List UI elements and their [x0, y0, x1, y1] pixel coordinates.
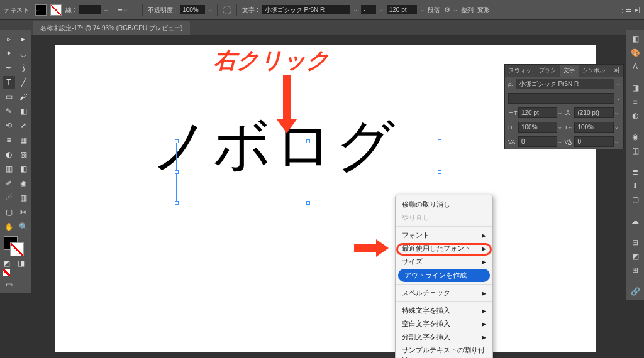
artboard-tool[interactable]: ▢ — [3, 206, 15, 219]
gradient-mode-icon[interactable]: ◨ — [17, 259, 25, 267]
ctx-recent-fonts[interactable]: 最近使用したフォント▶ — [396, 242, 492, 255]
rotate-tool[interactable]: ⟲ — [3, 119, 15, 132]
appearance-icon[interactable]: ◉ — [629, 131, 641, 143]
font-style-dropdown[interactable] — [380, 7, 383, 13]
options-menu-icon[interactable]: ⋮☰ — [619, 6, 631, 13]
curvature-tool[interactable]: ⟆ — [17, 62, 30, 74]
rectangle-tool[interactable]: ▭ — [3, 90, 15, 103]
direct-selection-tool[interactable]: ▸ — [17, 33, 30, 45]
ctx-insert-whitespace[interactable]: 空白文字を挿入▶ — [396, 317, 492, 330]
mesh-tool[interactable]: ▥ — [3, 163, 15, 175]
hand-tool[interactable]: ✋ — [3, 220, 15, 233]
panel-font-input[interactable] — [516, 79, 614, 89]
fill-swatch[interactable] — [35, 4, 47, 16]
gradient-tool[interactable]: ◧ — [17, 163, 30, 175]
pen-tool[interactable]: ✒ — [3, 62, 15, 74]
paragraph-icon[interactable]: ⚙ — [444, 6, 450, 14]
free-transform-tool[interactable]: ▦ — [17, 134, 30, 146]
line-tool[interactable]: ╱ — [17, 76, 30, 89]
stroke-width-input[interactable] — [79, 5, 101, 14]
tool-indicator: テキスト — [4, 6, 29, 14]
font-size-icon: ⫟T — [508, 110, 517, 116]
scale-tool[interactable]: ⤢ — [17, 119, 30, 132]
screen-mode-icon[interactable]: ▭ — [3, 278, 15, 291]
lasso-tool[interactable]: ◡ — [17, 47, 30, 60]
opacity-label: 不透明度 : — [148, 6, 177, 14]
panel-vscale-input[interactable] — [518, 122, 557, 133]
blend-tool[interactable]: ◉ — [17, 177, 30, 190]
opacity-input[interactable] — [180, 5, 205, 14]
panel-toggle-icon[interactable]: ▸| — [635, 6, 640, 13]
font-dropdown[interactable] — [354, 7, 357, 13]
links-icon[interactable]: 🔗 — [629, 285, 641, 298]
panel-tab-symbols[interactable]: シンボル — [579, 65, 609, 77]
ctx-spellcheck[interactable]: スペルチェック▶ — [396, 286, 492, 300]
eyedropper-tool[interactable]: ✐ — [3, 177, 15, 190]
panel-kerning-input[interactable] — [518, 136, 557, 147]
font-style-input[interactable] — [361, 5, 376, 14]
stroke-panel-icon[interactable]: ≡ — [629, 95, 641, 108]
panel-font-style-input[interactable] — [508, 93, 614, 104]
stroke-swatch[interactable] — [50, 4, 62, 16]
color-icon[interactable]: 🎨 — [629, 46, 641, 59]
stroke-width-dropdown[interactable] — [104, 7, 108, 13]
graph-tool[interactable]: ▥ — [17, 192, 30, 204]
character-icon[interactable]: A — [629, 60, 641, 73]
ctx-sample-text[interactable]: サンプルテキストの割り付け — [396, 344, 492, 358]
eraser-tool[interactable]: ◧ — [17, 105, 30, 117]
gradient-panel-icon[interactable]: ◨ — [629, 82, 641, 94]
magic-wand-tool[interactable]: ✦ — [3, 47, 15, 60]
ctx-undo-move[interactable]: 移動の取り消し — [396, 198, 492, 211]
options-bar: テキスト 線 : ━ 不透明度 : 文字 : 段落 ⚙ 整列 変形 ⋮☰ ▸| — [0, 0, 644, 20]
none-mode-icon[interactable] — [3, 269, 10, 276]
transform-panel-icon[interactable]: ⊞ — [629, 264, 641, 276]
panel-collapse-icon[interactable]: »| — [611, 65, 623, 77]
selection-tool[interactable]: ▹ — [3, 33, 15, 45]
paragraph-button[interactable]: 段落 — [428, 6, 440, 14]
ctx-insert-special[interactable]: 特殊文字を挿入▶ — [396, 304, 492, 317]
perspective-tool[interactable]: ▨ — [17, 148, 30, 161]
shaper-tool[interactable]: ✎ — [3, 105, 15, 117]
asset-export-icon[interactable]: ⬇ — [629, 180, 641, 192]
panel-tab-brushes[interactable]: ブラシ — [535, 65, 560, 77]
opacity-dropdown[interactable] — [209, 7, 212, 13]
zoom-tool[interactable]: 🔍 — [17, 220, 30, 233]
font-size-input[interactable] — [387, 5, 417, 14]
toolbox: ▹ ▸ ✦ ◡ ✒ ⟆ T ╱ ▭ 🖌 ✎ ◧ ⟲ ⤢ ≡ ▦ ◐ ▨ ▥ ◧ … — [0, 30, 31, 293]
layers-icon[interactable]: ≣ — [629, 166, 641, 178]
ctx-insert-break[interactable]: 分割文字を挿入▶ — [396, 330, 492, 344]
ctx-size[interactable]: サイズ▶ — [396, 255, 492, 268]
width-tool[interactable]: ≡ — [3, 134, 15, 146]
transparency-icon[interactable]: ◐ — [629, 109, 641, 122]
panel-hscale-input[interactable] — [574, 122, 613, 133]
shape-builder-tool[interactable]: ◐ — [3, 148, 15, 161]
slice-tool[interactable]: ✂ — [17, 206, 30, 219]
panel-size-input[interactable] — [518, 107, 557, 118]
graphic-styles-icon[interactable]: ◫ — [629, 144, 641, 157]
ctx-create-outlines[interactable]: アウトラインを作成 — [398, 269, 490, 282]
ctx-font[interactable]: フォント▶ — [396, 229, 492, 242]
align-button[interactable]: 整列 — [461, 6, 474, 14]
panel-tab-character[interactable]: 文字 — [560, 65, 579, 77]
font-size-dropdown[interactable] — [421, 7, 424, 13]
panel-tracking-input[interactable] — [574, 136, 613, 147]
font-family-input[interactable] — [262, 5, 350, 14]
type-tool[interactable]: T — [3, 76, 15, 89]
paintbrush-tool[interactable]: 🖌 — [17, 90, 30, 103]
symbol-sprayer-tool[interactable]: ☄ — [3, 192, 15, 204]
document-tab-bar: 名称未設定-17* @ 74.93% (RGB/GPU プレビュー) — [0, 20, 644, 35]
fill-stroke-control[interactable] — [3, 235, 30, 258]
kerning-icon: VA — [508, 139, 517, 145]
recolor-icon[interactable] — [223, 6, 231, 14]
panel-tab-swatches[interactable]: スウォッ — [505, 65, 535, 77]
stroke-profile-dropdown[interactable]: ━ — [118, 6, 137, 13]
color-mode-icon[interactable]: ◩ — [3, 259, 10, 267]
transform-button[interactable]: 変形 — [477, 6, 490, 14]
align-panel-icon[interactable]: ⊟ — [629, 236, 641, 249]
libraries-icon[interactable]: ☁ — [629, 215, 641, 227]
panel-leading-input[interactable] — [574, 107, 613, 118]
document-tab[interactable]: 名称未設定-17* @ 74.93% (RGB/GPU プレビュー) — [33, 21, 190, 35]
pathfinder-icon[interactable]: ◩ — [629, 250, 641, 263]
properties-icon[interactable]: ◧ — [629, 33, 641, 45]
artboards-icon[interactable]: ▢ — [629, 193, 641, 206]
